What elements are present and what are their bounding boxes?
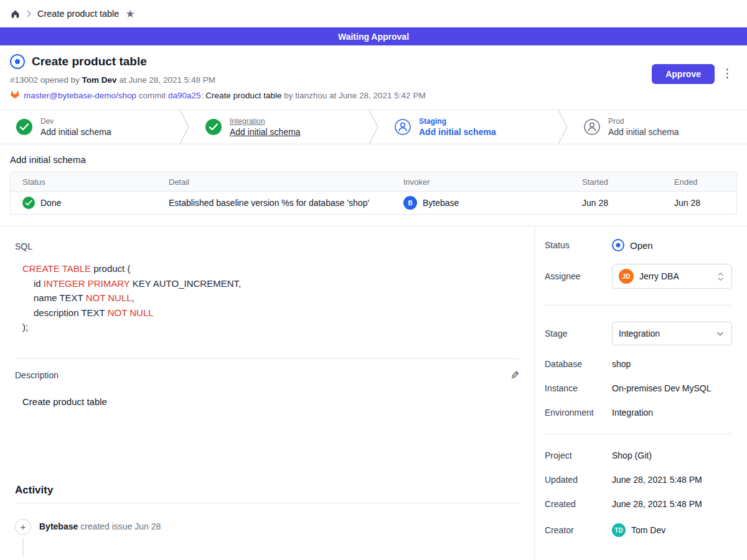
stage-name: Prod	[608, 117, 679, 126]
creator-value: TD Tom Dev	[612, 523, 732, 537]
stage-select-value: Integration	[619, 329, 660, 338]
updated-value: June 28, 2021 5:48 PM	[612, 475, 732, 485]
task-table: Status Detail Invoker Started Ended Done…	[10, 172, 737, 215]
issue-open-icon	[10, 54, 25, 69]
column-header: Detail	[157, 177, 392, 187]
sql-keyword: INTEGER PRIMARY	[44, 278, 130, 289]
divider	[15, 358, 519, 359]
add-comment-button[interactable]: +	[15, 519, 31, 535]
commit-row: master@bytebase-demo/shop commit da90a25…	[10, 90, 737, 101]
created-value: June 28, 2021 5:48 PM	[612, 499, 732, 509]
divider	[545, 434, 732, 434]
gitlab-icon	[10, 90, 20, 101]
commit-message: Create product table	[205, 91, 281, 100]
repo-link[interactable]: master@bytebase-demo/shop	[24, 91, 136, 100]
creator-label: Creator	[545, 525, 612, 535]
issue-sidebar: Status Open Assignee JD Jerry DBA Stage …	[534, 226, 747, 560]
breadcrumb-title: Create product table	[37, 9, 119, 19]
stage-select-label: Stage	[545, 329, 612, 338]
task-ended-text: Jun 28	[674, 198, 700, 208]
main-panel: SQL CREATE TABLE product ( id INTEGER PR…	[0, 226, 534, 560]
creator-name: Tom Dev	[631, 525, 665, 535]
column-header: Status	[11, 177, 157, 187]
task-detail-text: Established baseline version %s for data…	[169, 198, 369, 208]
commit-colon: :	[201, 91, 206, 100]
stage-separator-icon	[179, 110, 189, 144]
task-invoker-cell: B Bytebase	[392, 196, 570, 210]
assignee-select[interactable]: JD Jerry DBA	[612, 264, 732, 289]
issue-header: Create product table #13002 opened by To…	[0, 45, 747, 110]
sql-text: KEY AUTO_INCREMENT,	[129, 278, 241, 289]
environment-value: Integration	[612, 408, 732, 418]
sql-text: );	[22, 322, 28, 332]
person-icon	[395, 119, 411, 135]
commit-word: commit	[136, 91, 168, 100]
stage-integration[interactable]: Integration Add initial schema	[189, 110, 369, 144]
task-started-cell: Jun 28	[570, 198, 662, 208]
status-text: Open	[630, 240, 653, 251]
sql-text: product (	[91, 263, 130, 274]
table-row: Done Established baseline version %s for…	[11, 191, 736, 214]
creator-avatar: TD	[612, 523, 626, 537]
task-status-cell: Done	[11, 197, 157, 209]
sql-text: id	[34, 278, 44, 289]
activity-action: created issue Jun 28	[80, 521, 161, 531]
instance-value: On-premises Dev MySQL	[612, 383, 732, 393]
task-detail-cell: Established baseline version %s for data…	[157, 198, 392, 208]
instance-label: Instance	[545, 383, 612, 393]
column-header: Invoker	[392, 177, 570, 187]
issue-meta-prefix: #13002 opened by	[10, 75, 82, 85]
activity-heading: Activity	[15, 484, 519, 497]
stage-select[interactable]: Integration	[612, 322, 732, 345]
status-value: Open	[612, 239, 732, 251]
database-value: shop	[612, 359, 732, 369]
activity-item: + Bytebase created issue Jun 28	[15, 519, 519, 556]
page-title: Create product table	[32, 55, 147, 68]
project-label: Project	[545, 450, 612, 460]
sql-text: ,	[132, 292, 134, 303]
timeline-line	[22, 539, 24, 556]
sql-keyword: NOT NULL	[108, 307, 154, 318]
stage-name: Integration	[230, 117, 301, 126]
sql-keyword: NOT NULL	[86, 292, 132, 303]
sql-keyword: CREATE TABLE	[22, 263, 91, 274]
description-label: Description	[15, 370, 59, 380]
commit-hash-link[interactable]: da90a25	[168, 91, 201, 100]
sql-text: name TEXT	[34, 292, 86, 303]
check-icon	[22, 197, 35, 209]
star-icon[interactable]: ★	[125, 9, 134, 19]
column-header: Started	[570, 177, 662, 187]
stage-staging[interactable]: Staging Add initial schema	[378, 110, 558, 144]
edit-pencil-icon[interactable]: ✎	[510, 369, 519, 382]
bytebase-avatar: B	[403, 196, 417, 210]
created-label: Created	[545, 499, 612, 509]
assignee-label: Assignee	[545, 271, 612, 281]
approve-button[interactable]: Approve	[652, 64, 715, 84]
database-label: Database	[545, 359, 612, 369]
divider	[15, 503, 519, 503]
updated-label: Updated	[545, 475, 612, 485]
check-icon	[205, 119, 222, 135]
stage-task: Add initial schema	[40, 127, 111, 137]
person-icon	[584, 119, 600, 135]
stage-name: Staging	[419, 117, 496, 126]
task-status-text: Done	[40, 198, 61, 208]
sql-label: SQL	[15, 241, 519, 251]
task-invoker-text: Bytebase	[423, 198, 459, 208]
check-icon	[16, 119, 32, 135]
selector-icon	[716, 271, 725, 282]
issue-meta-suffix: at June 28, 2021 5:48 PM	[117, 75, 215, 85]
waiting-approval-banner: Waiting Approval	[0, 27, 747, 45]
environment-label: Environment	[545, 408, 612, 418]
sql-text: description TEXT	[34, 307, 108, 318]
task-started-text: Jun 28	[582, 198, 608, 208]
divider	[545, 305, 732, 306]
table-header-row: Status Detail Invoker Started Ended	[11, 172, 736, 191]
assignee-avatar: JD	[619, 269, 634, 284]
status-label: Status	[545, 240, 612, 250]
home-icon[interactable]	[10, 9, 21, 19]
column-header: Ended	[662, 177, 736, 187]
kebab-menu-icon[interactable]: ⋮	[719, 66, 736, 80]
stage-dev[interactable]: Dev Add initial schema	[0, 110, 179, 144]
stage-prod[interactable]: Prod Add initial schema	[568, 110, 747, 144]
